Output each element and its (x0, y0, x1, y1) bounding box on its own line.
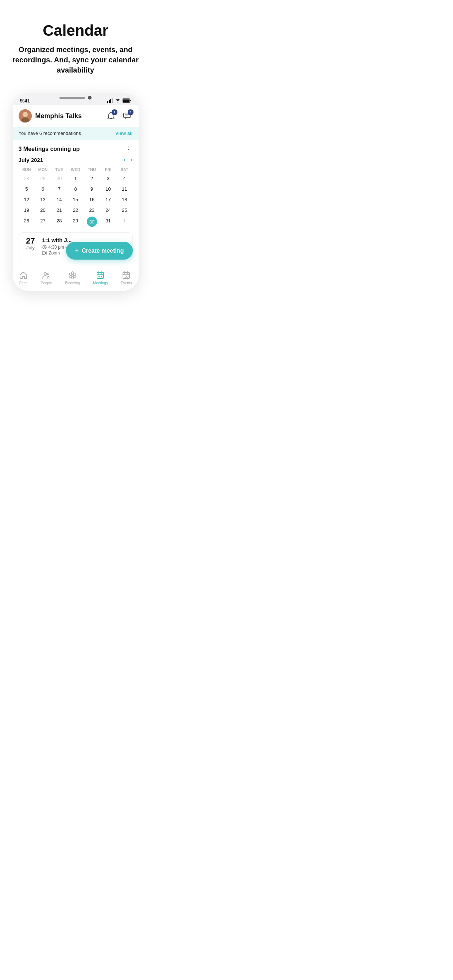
message-badge: 5 (128, 110, 134, 115)
day-header-mon: MON (35, 166, 51, 173)
people-icon (42, 271, 51, 280)
svg-point-16 (48, 273, 49, 275)
calendar-day[interactable]: 31 (100, 215, 116, 228)
calendar-nav: July 2021 ‹ › (19, 156, 133, 163)
calendar-day[interactable]: 1 (67, 173, 84, 184)
calendar-day[interactable]: 25 (116, 205, 133, 215)
nav-events[interactable]: Events (121, 271, 132, 285)
calendar-day[interactable]: 2 (83, 173, 100, 184)
svg-rect-3 (112, 99, 113, 103)
recommendations-text: You have 6 recommendations (19, 130, 81, 136)
calendar-day[interactable]: 29 (67, 215, 84, 228)
calendar-day[interactable]: 30 (51, 173, 67, 184)
svg-point-15 (44, 273, 47, 275)
day-header-wed: WED (67, 166, 84, 173)
meeting-date: 27 July (23, 237, 38, 250)
next-month-button[interactable]: › (131, 156, 132, 163)
battery-icon (123, 99, 131, 103)
message-button[interactable]: 5 (121, 110, 133, 122)
calendar-day[interactable]: 27 (35, 215, 51, 228)
calendar-day[interactable]: 21 (51, 205, 67, 215)
meeting-day-number: 27 (26, 237, 35, 245)
view-all-link[interactable]: View all (115, 130, 132, 136)
calendar-day[interactable]: 28 (19, 173, 35, 184)
nav-people[interactable]: People (41, 271, 52, 285)
svg-rect-1 (109, 100, 110, 103)
meeting-card-area: 27 July 1:1 with J... 4:30 pm - 5:00 pm (13, 228, 139, 261)
calendar-day[interactable]: 20 (35, 205, 51, 215)
flower-icon (68, 271, 77, 280)
events-icon (122, 271, 131, 280)
calendar-day[interactable]: 5 (19, 184, 35, 194)
wifi-icon (115, 99, 121, 103)
calendar-day-today[interactable]: 30 (87, 216, 97, 227)
calendar-day[interactable]: 28 (51, 215, 67, 228)
avatar (19, 110, 32, 123)
svg-rect-24 (97, 272, 104, 278)
calendar-day[interactable]: 16 (83, 194, 100, 205)
recommendations-banner: You have 6 recommendations View all (13, 127, 139, 140)
app-header-right: 1 5 (105, 110, 133, 122)
svg-rect-14 (42, 251, 45, 255)
create-btn-label: Create meeting (82, 248, 124, 254)
svg-rect-29 (100, 275, 102, 277)
hero-section: Calendar Organized meetings, events, and… (0, 0, 151, 86)
calendar-day[interactable]: 12 (19, 194, 35, 205)
home-icon (19, 271, 28, 280)
calendar-day[interactable]: 9 (83, 184, 100, 194)
nav-meetings-label: Meetings (93, 281, 108, 285)
calendar-icon (96, 271, 105, 280)
day-header-thu: THU (83, 166, 100, 173)
more-icon[interactable]: ⋮ (125, 145, 133, 153)
calendar-day[interactable]: 1 (116, 215, 133, 228)
notch-pill (59, 97, 85, 99)
calendar-day[interactable]: 8 (67, 184, 84, 194)
calendar-day[interactable]: 10 (100, 184, 116, 194)
calendar-day[interactable]: 14 (51, 194, 67, 205)
app-header-left: Memphis Talks (19, 110, 82, 123)
bottom-nav: Feed People (13, 267, 139, 291)
calendar-month: July 2021 (19, 157, 43, 163)
calendar-day[interactable]: 22 (67, 205, 84, 215)
nav-feed-label: Feed (19, 281, 28, 285)
meeting-month: July (26, 245, 35, 250)
clock-icon (42, 245, 47, 250)
calendar-day[interactable]: 26 (19, 215, 35, 228)
meetings-title: 3 Meetings coming up (19, 146, 80, 153)
video-icon (42, 251, 47, 255)
day-header-fri: FRI (100, 166, 116, 173)
svg-rect-0 (107, 101, 108, 103)
calendar-day[interactable]: 18 (116, 194, 133, 205)
app-header: Memphis Talks 1 (13, 105, 139, 127)
calendar-day[interactable]: 24 (100, 205, 116, 215)
day-header-tue: TUE (51, 166, 67, 173)
nav-meetings[interactable]: Meetings (93, 271, 108, 285)
calendar-day[interactable]: 6 (35, 184, 51, 194)
create-meeting-button[interactable]: + Create meeting (66, 242, 132, 259)
status-bar: 9:41 (13, 93, 139, 105)
notification-button[interactable]: 1 (105, 110, 117, 122)
avatar-image (19, 110, 32, 123)
nav-blooming[interactable]: Blooming (65, 271, 80, 285)
prev-month-button[interactable]: ‹ (124, 156, 126, 163)
calendar-day[interactable]: 3 (100, 173, 116, 184)
nav-people-label: People (41, 281, 52, 285)
status-icons (107, 99, 131, 103)
create-btn-icon: + (75, 247, 79, 255)
page-title: Calendar (43, 22, 108, 40)
calendar-day[interactable]: 13 (35, 194, 51, 205)
meeting-platform-text: Zoom (49, 250, 60, 256)
status-time: 9:41 (20, 98, 30, 103)
calendar-day[interactable]: 11 (116, 184, 133, 194)
calendar-day[interactable]: 29 (35, 173, 51, 184)
calendar-day[interactable]: 19 (19, 205, 35, 215)
meetings-header: 3 Meetings coming up ⋮ (13, 140, 139, 156)
camera-dot (88, 96, 91, 100)
day-header-sun: SUN (19, 166, 35, 173)
calendar-day[interactable]: 7 (51, 184, 67, 194)
nav-feed[interactable]: Feed (19, 271, 28, 285)
calendar-day[interactable]: 17 (100, 194, 116, 205)
calendar-day[interactable]: 4 (116, 173, 133, 184)
calendar-day[interactable]: 15 (67, 194, 84, 205)
calendar-day[interactable]: 23 (83, 205, 100, 215)
